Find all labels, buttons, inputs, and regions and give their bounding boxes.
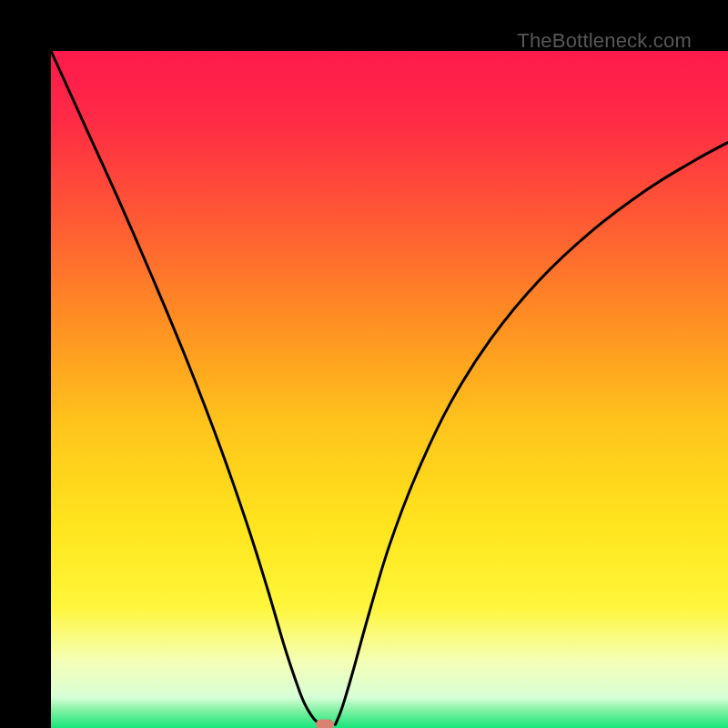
bottleneck-marker	[316, 720, 334, 728]
chart-frame: TheBottleneck.com	[0, 0, 728, 728]
bottleneck-curve	[51, 51, 728, 728]
watermark-text: TheBottleneck.com	[517, 29, 692, 53]
chart-plot-area	[51, 51, 728, 728]
